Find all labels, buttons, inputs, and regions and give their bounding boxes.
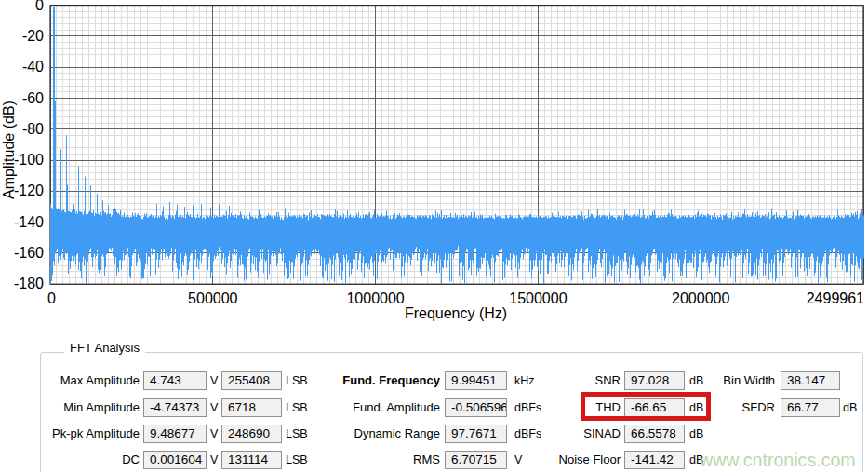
svg-text:-20: -20 <box>22 28 44 44</box>
svg-text:Amplitude (dB): Amplitude (dB) <box>1 101 17 199</box>
svg-text:Frequency (Hz): Frequency (Hz) <box>405 305 507 321</box>
svg-text:-80: -80 <box>22 121 44 137</box>
svg-text:0: 0 <box>35 0 44 13</box>
svg-text:-140: -140 <box>14 214 44 230</box>
svg-text:1000000: 1000000 <box>346 290 404 306</box>
svg-text:-40: -40 <box>22 59 44 74</box>
svg-text:-180: -180 <box>14 276 44 291</box>
svg-text:1500000: 1500000 <box>509 290 567 306</box>
svg-text:2000000: 2000000 <box>672 290 729 306</box>
svg-text:-60: -60 <box>22 90 44 106</box>
svg-text:-160: -160 <box>14 245 44 261</box>
svg-text:-120: -120 <box>14 182 44 198</box>
svg-text:-100: -100 <box>14 152 44 168</box>
svg-text:2499961: 2499961 <box>807 290 864 306</box>
svg-text:500000: 500000 <box>188 290 237 306</box>
svg-text:0: 0 <box>47 290 56 306</box>
